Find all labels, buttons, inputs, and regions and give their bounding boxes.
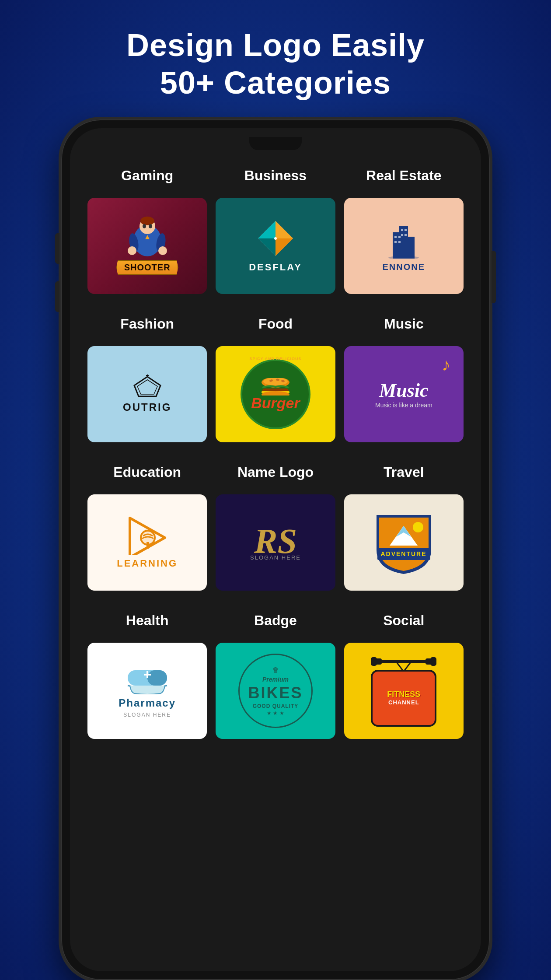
label-namelogo: Name Logo	[211, 455, 339, 486]
bikes-label: BIKES	[248, 684, 303, 702]
fashion-logo: OUTRIG	[123, 374, 171, 413]
row-tiles-1: SHOOTER	[83, 198, 468, 298]
phone-notch	[249, 137, 302, 150]
svg-marker-12	[258, 221, 276, 238]
music-title: Music	[379, 379, 428, 402]
label-fashion: Fashion	[83, 307, 211, 337]
shooter-label: SHOOTER	[116, 260, 178, 275]
svg-point-4	[149, 224, 152, 228]
svg-rect-53	[146, 671, 148, 678]
svg-point-15	[274, 237, 277, 240]
pharmacy-slogan: SLOGAN HERE	[123, 712, 171, 718]
gaming-logo: SHOOTER	[116, 217, 178, 275]
svg-rect-51	[147, 670, 167, 686]
svg-rect-19	[394, 236, 397, 238]
tile-business[interactable]: DESFLAY	[216, 198, 335, 294]
tile-music[interactable]: ♪ Music Music is like a dream	[344, 346, 464, 442]
tile-fashion[interactable]: OUTRIG	[87, 346, 207, 442]
phone-mockup: Gaming Business Real Estate	[61, 119, 490, 980]
pharmacy-label: Pharmacy	[119, 697, 176, 709]
row-tiles-4: Pharmacy SLOGAN HERE ♛ Premium BIKES GOO…	[83, 643, 468, 743]
label-education: Education	[83, 455, 211, 486]
svg-marker-13	[276, 238, 293, 256]
label-business: Business	[211, 159, 339, 189]
music-note-icon: ♪	[442, 355, 450, 374]
svg-text:ADVENTURE: ADVENTURE	[380, 550, 426, 557]
headline-line1: Design Logo Easily	[126, 26, 425, 64]
slogan-label: SLOGAN HERE	[250, 554, 301, 561]
adventure-badge-icon: ★ ★ ★ ADVENTURE	[368, 506, 440, 578]
shooter-character-icon	[128, 217, 167, 258]
travel-logo: ★ ★ ★ ADVENTURE	[366, 505, 441, 580]
tile-gaming[interactable]: SHOOTER	[87, 198, 207, 294]
svg-rect-21	[394, 241, 397, 243]
food-logo: SPICY AND DELICIOUS	[241, 359, 310, 429]
headline-line2: 50+ Categories	[126, 64, 425, 102]
business-logo: DESFLAY	[249, 219, 302, 273]
row-labels-4: Health Badge Social	[83, 604, 468, 634]
education-logo: LEARNING	[117, 516, 178, 569]
svg-point-46	[413, 522, 423, 532]
tile-realestate[interactable]: ENNONE	[344, 198, 464, 294]
music-logo: Music Music is like a dream	[375, 379, 432, 409]
label-travel: Travel	[340, 455, 468, 486]
channel-label: CHANNEL	[388, 699, 419, 706]
tv-antenna-icon	[395, 663, 412, 672]
svg-rect-22	[398, 241, 401, 243]
tile-education[interactable]: LEARNING	[87, 494, 207, 591]
phone-screen: Gaming Business Real Estate	[70, 128, 481, 971]
row-labels-1: Gaming Business Real Estate	[83, 159, 468, 189]
phone-frame: Gaming Business Real Estate	[61, 119, 490, 980]
label-realestate: Real Estate	[340, 159, 468, 189]
label-food: Food	[211, 307, 339, 337]
categories-grid: Gaming Business Real Estate	[83, 159, 468, 752]
fitness-label: FITNESS	[387, 690, 420, 699]
burger-icon	[260, 378, 291, 396]
desflay-label: DESFLAY	[249, 262, 302, 273]
learning-play-icon	[126, 516, 169, 555]
namelogo-logo: RS SLOGAN HERE	[250, 524, 301, 561]
diamond-fashion-icon	[132, 374, 163, 399]
tile-namelogo[interactable]: RS SLOGAN HERE	[216, 494, 335, 591]
tile-social[interactable]: FITNESS CHANNEL	[344, 643, 464, 739]
row-tiles-3: LEARNING RS SLOGAN HERE	[83, 494, 468, 595]
learning-label: LEARNING	[117, 558, 178, 569]
svg-marker-11	[276, 221, 293, 238]
svg-line-60	[404, 663, 410, 672]
bikes-stars-icon: ★ ★ ★	[267, 710, 284, 716]
rs-label: RS	[254, 524, 297, 559]
bikes-quality-label: GOOD QUALITY	[253, 703, 299, 709]
svg-rect-24	[405, 229, 407, 231]
svg-line-59	[397, 663, 404, 672]
tile-health[interactable]: Pharmacy SLOGAN HERE	[87, 643, 207, 739]
svg-point-2	[140, 217, 154, 225]
svg-point-3	[143, 224, 146, 228]
burger-spicy-text: SPICY AND DELICIOUS	[249, 357, 301, 361]
bikes-premium-label: Premium	[262, 676, 289, 683]
tile-travel[interactable]: ★ ★ ★ ADVENTURE	[344, 494, 464, 591]
svg-rect-20	[398, 236, 401, 238]
tile-badge[interactable]: ♛ Premium BIKES GOOD QUALITY ★ ★ ★	[216, 643, 335, 739]
svg-point-8	[158, 246, 167, 255]
ennone-buildings-icon	[386, 219, 421, 259]
label-health: Health	[83, 604, 211, 634]
tile-food[interactable]: SPICY AND DELICIOUS	[216, 346, 335, 442]
row-labels-3: Education Name Logo Travel	[83, 455, 468, 486]
svg-rect-58	[430, 657, 436, 666]
svg-rect-25	[401, 234, 403, 236]
social-logo: FITNESS CHANNEL	[371, 655, 436, 727]
svg-rect-26	[405, 234, 407, 236]
bikes-crown-icon: ♛	[272, 665, 279, 675]
label-badge: Badge	[211, 604, 339, 634]
svg-rect-18	[406, 237, 415, 259]
label-music: Music	[340, 307, 468, 337]
ennone-label: ENNONE	[383, 262, 425, 272]
outrig-label: OUTRIG	[123, 401, 171, 413]
svg-point-7	[128, 246, 136, 255]
desflay-diamond-icon	[256, 219, 295, 258]
row-tiles-2: OUTRIG SPICY AND DELICIOUS	[83, 346, 468, 447]
svg-rect-57	[371, 657, 377, 666]
svg-rect-23	[401, 229, 403, 231]
health-logo: Pharmacy SLOGAN HERE	[119, 664, 176, 718]
fitness-tv: FITNESS CHANNEL	[371, 670, 436, 727]
